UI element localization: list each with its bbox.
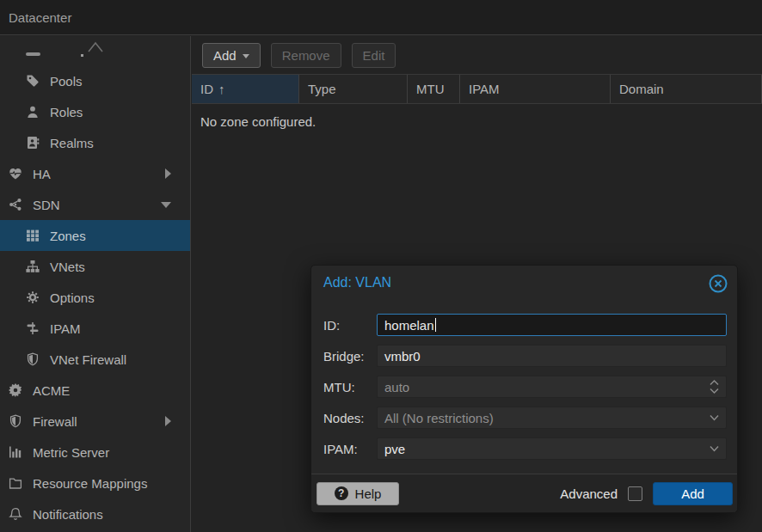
chevron-down-icon[interactable]: [709, 445, 720, 453]
sidebar-item-options[interactable]: Options: [0, 282, 190, 313]
certificate-icon: [9, 383, 24, 397]
field-row-bridge: Bridge:vmbr0: [323, 345, 727, 367]
column-label: IPAM: [469, 82, 500, 96]
advanced-label: Advanced: [560, 486, 618, 501]
table-header-row: ID↑TypeMTUIPAMDomain: [192, 74, 762, 104]
caret-down-icon[interactable]: [161, 202, 171, 208]
chevron-down-icon[interactable]: [709, 414, 720, 422]
dot-icon: [81, 54, 83, 57]
sidebar-item-label: HA: [33, 167, 51, 181]
sidebar-item-label: SDN: [33, 198, 60, 212]
field-row-id: ID:homelan: [323, 314, 727, 336]
column-header-mtu[interactable]: MTU: [408, 75, 460, 103]
caret-right-icon[interactable]: [165, 168, 171, 179]
field-row-mtu: MTU:auto: [323, 376, 727, 398]
chart-bar-icon: [9, 445, 24, 459]
sort-ascending-icon: ↑: [218, 82, 225, 96]
sitemap-icon: [26, 260, 41, 273]
dialog-add-button[interactable]: Add: [653, 482, 733, 505]
remove-button[interactable]: Remove: [271, 43, 341, 68]
bridge-input[interactable]: vmbr0: [377, 345, 727, 367]
network-nodes-icon: [9, 198, 24, 211]
advanced-checkbox[interactable]: [628, 486, 642, 501]
field-row-nodes: Nodes:All (No restrictions): [323, 407, 727, 429]
sidebar-item-resource-mappings[interactable]: Resource Mappings: [0, 468, 190, 498]
column-label: Domain: [619, 82, 664, 96]
nodes-combo[interactable]: All (No restrictions): [377, 407, 727, 429]
field-label: MTU:: [323, 380, 377, 394]
sidebar-item-label: ACME: [33, 383, 70, 398]
sidebar-item-firewall[interactable]: Firewall: [0, 406, 190, 437]
sidebar-item-vnet-firewall[interactable]: VNet Firewall: [0, 344, 190, 375]
field-value: vmbr0: [384, 349, 421, 364]
shield-icon: [26, 352, 41, 366]
column-header-id[interactable]: ID↑: [192, 75, 299, 103]
gear-icon: [26, 290, 41, 304]
id-input[interactable]: homelan: [377, 314, 727, 336]
field-value: homelan: [384, 318, 434, 333]
caret-right-icon[interactable]: [165, 416, 171, 426]
column-header-domain[interactable]: Domain: [611, 75, 762, 103]
ipam-combo[interactable]: pve: [377, 437, 727, 460]
footer-actions: Advanced Add: [560, 482, 733, 505]
dialog-title: Add: VLAN: [323, 275, 391, 290]
sidebar-item-notifications[interactable]: Notifications: [0, 498, 190, 529]
grid-icon: [26, 229, 41, 242]
shield-icon: [9, 414, 24, 428]
sidebar-item-label: Roles: [50, 105, 83, 119]
sidebar-item-label: Firewall: [33, 414, 77, 429]
sidebar-item-label: VNet Firewall: [50, 352, 126, 367]
page-title: Datacenter: [9, 10, 71, 25]
network-wired-icon: [26, 321, 41, 335]
field-label: ID:: [323, 318, 377, 333]
sidebar-item-ha[interactable]: HA: [0, 158, 190, 189]
sidebar-item-ipam[interactable]: IPAM: [0, 313, 190, 344]
minus-icon: [26, 52, 40, 56]
folder-icon: [9, 476, 24, 490]
toolbar: AddRemoveEdit: [192, 36, 762, 74]
sidebar-item-label: Options: [50, 290, 95, 305]
sidebar-item-label: Pools: [50, 74, 83, 89]
question-circle-icon: ?: [335, 486, 348, 500]
column-label: MTU: [416, 82, 445, 96]
spinner-up-down-icon[interactable]: [709, 379, 720, 395]
dialog-header[interactable]: Add: VLAN: [311, 266, 737, 303]
sidebar-item-roles[interactable]: Roles: [0, 96, 190, 127]
field-label: Bridge:: [323, 349, 377, 364]
mtu-spinner[interactable]: auto: [377, 376, 727, 398]
sidebar-item-realms[interactable]: Realms: [0, 127, 190, 158]
address-book-icon: [26, 136, 41, 150]
tags-icon: [26, 74, 41, 88]
sidebar-item-sdn[interactable]: SDN: [0, 189, 190, 220]
sidebar-item-label: IPAM: [50, 321, 81, 336]
add-button[interactable]: Add: [202, 43, 261, 68]
sidebar-item-clipped[interactable]: [0, 36, 190, 65]
sidebar-item-label: Zones: [50, 229, 86, 243]
column-header-ipam[interactable]: IPAM: [460, 75, 611, 103]
button-label: Edit: [363, 48, 385, 63]
field-placeholder: All (No restrictions): [384, 411, 494, 425]
sidebar-item-vnets[interactable]: VNets: [0, 251, 190, 282]
sidebar-item-acme[interactable]: ACME: [0, 375, 190, 406]
field-label: IPAM:: [323, 442, 377, 456]
sidebar-item-label: Resource Mappings: [33, 476, 147, 491]
column-header-type[interactable]: Type: [299, 75, 408, 103]
button-label: Add: [213, 48, 237, 63]
field-placeholder: auto: [384, 380, 409, 394]
heartbeat-icon: [9, 167, 24, 180]
sidebar-item-label: Metric Server: [33, 445, 109, 460]
empty-grid-message: No zone configured.: [200, 114, 762, 129]
edit-button[interactable]: Edit: [352, 43, 396, 68]
caret-down-icon: [243, 54, 249, 58]
text-cursor: [435, 318, 437, 332]
add-vlan-dialog: Add: VLAN ID:homelanBridge:vmbr0MTU:auto…: [310, 265, 738, 513]
chevron-up-icon: [86, 40, 105, 53]
help-label: Help: [355, 486, 382, 501]
sidebar-item-label: Notifications: [33, 507, 103, 522]
help-button[interactable]: ? Help: [316, 482, 399, 505]
close-icon[interactable]: [708, 273, 728, 294]
sidebar-item-pools[interactable]: Pools: [0, 65, 190, 96]
sidebar-item-zones[interactable]: Zones: [0, 220, 190, 251]
sidebar-item-metric-server[interactable]: Metric Server: [0, 437, 190, 468]
bell-icon: [9, 507, 24, 521]
